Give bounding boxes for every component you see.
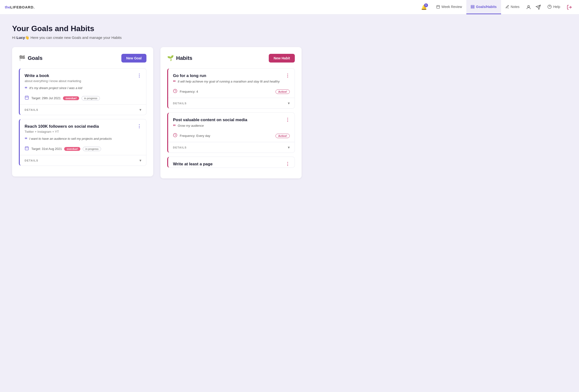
- svg-rect-4: [471, 5, 474, 6]
- goal-1-details-toggle[interactable]: DETAILS ▾: [25, 104, 141, 115]
- nav-item-notes[interactable]: Notes: [501, 0, 524, 14]
- goals-panel: 🏁 Goals New Goal Write a book about ever…: [12, 47, 153, 176]
- logout-icon: [567, 4, 572, 10]
- svg-rect-17: [25, 147, 28, 150]
- habit-2-active-badge: Active!: [276, 134, 290, 138]
- nav-label-goals-habits: Goals/Habits: [476, 5, 497, 9]
- habit-1-title: Go for a long run: [173, 73, 206, 78]
- profile-icon-btn[interactable]: [524, 2, 533, 12]
- goal-2-quote: " I want to have an audience to sell my …: [25, 136, 141, 143]
- columns-layout: 🏁 Goals New Goal Write a book about ever…: [12, 47, 301, 178]
- nav-item-goals-habits[interactable]: Goals/Habits: [466, 0, 501, 14]
- habit-3-menu-button[interactable]: ⋮: [286, 162, 290, 166]
- habit-card-1: Go for a long run ⋮ " It will help achie…: [167, 68, 295, 109]
- habit-2-details-toggle[interactable]: DETAILS ▾: [173, 142, 290, 153]
- goals-panel-icon: 🏁: [19, 55, 25, 61]
- goal-card-2-info: Reach 100K followers on social media Twi…: [25, 124, 99, 136]
- goal-2-status-badge: in progress: [83, 147, 101, 151]
- habit-1-frequency: Frequency: 4: [180, 90, 198, 93]
- navbar: theLIFEBOARD. 🔔 1 Week Review Goals/Habi…: [0, 0, 579, 14]
- page-subtitle: Hi Lucy👋 Here you can create new Goals a…: [12, 35, 301, 40]
- new-habit-button[interactable]: New Habit: [269, 54, 295, 63]
- send-icon-btn[interactable]: [533, 2, 543, 12]
- goal-card-1-top: Write a book about everything I know abo…: [25, 73, 141, 86]
- notes-icon: [506, 5, 509, 9]
- logo-main: LIFEBOARD.: [10, 5, 35, 9]
- frequency-icon-2: [173, 133, 177, 139]
- goal-1-quote: " It's my dream project since I was a ki…: [25, 86, 141, 92]
- habit-2-frequency-row: Frequency: Every day Active!: [173, 133, 290, 139]
- habit-2-details-label: DETAILS: [173, 146, 187, 149]
- nav-item-help[interactable]: Help: [543, 0, 565, 14]
- habits-panel-title: Habits: [176, 55, 192, 61]
- habit-2-chevron-icon: ▾: [288, 145, 290, 150]
- frequency-icon-1: [173, 89, 177, 94]
- habit-card-2: Post valuable content on social media ⋮ …: [167, 112, 295, 153]
- goal-1-quote-text: It's my dream project since I was a kid: [29, 86, 82, 90]
- subtitle-suffix: 👋 Here you can create new Goals and mana…: [25, 35, 122, 40]
- goal-2-details-label: DETAILS: [25, 159, 38, 162]
- goal-card-1: Write a book about everything I know abo…: [19, 68, 146, 115]
- notification-badge: 1: [424, 3, 428, 7]
- habits-title-group: 🌱 Habits: [167, 55, 192, 61]
- habit-card-3: Write at least a page ⋮: [167, 157, 295, 168]
- habit-2-quote: " Grow my audience: [173, 123, 290, 130]
- goal-card-2-top: Reach 100K followers on social media Twi…: [25, 124, 141, 136]
- logout-icon-btn[interactable]: [565, 2, 574, 12]
- habit-2-menu-button[interactable]: ⋮: [286, 118, 290, 122]
- habit-1-details-label: DETAILS: [173, 102, 187, 105]
- nav-label-week-review: Week Review: [441, 5, 462, 9]
- goal-2-subtitle: Twitter + Instagram + YT: [25, 130, 99, 134]
- nav-label-notes: Notes: [511, 5, 520, 9]
- goal-1-status-badge: in progress: [81, 96, 100, 100]
- habit-1-active-badge: Active!: [276, 89, 290, 94]
- notification-bell[interactable]: 🔔 1: [421, 4, 427, 10]
- quote-icon-1: ": [25, 86, 27, 92]
- habit-2-title: Post valuable content on social media: [173, 118, 247, 122]
- goal-1-menu-button[interactable]: ⋮: [137, 73, 141, 78]
- quote-icon-2: ": [25, 137, 27, 143]
- goal-card-2: Reach 100K followers on social media Twi…: [19, 119, 146, 166]
- habit-card-3-top: Write at least a page ⋮: [173, 162, 290, 167]
- goal-1-meta: Target: 29th Jul 2021 overdue! in progre…: [25, 95, 141, 101]
- habits-panel-header: 🌱 Habits New Habit: [167, 54, 295, 63]
- goal-2-menu-button[interactable]: ⋮: [137, 124, 141, 128]
- goals-title-group: 🏁 Goals: [19, 55, 42, 61]
- app-logo[interactable]: theLIFEBOARD.: [5, 5, 35, 9]
- goal-2-title: Reach 100K followers on social media: [25, 124, 99, 129]
- goal-1-target: Target: 29th Jul 2021: [31, 96, 61, 100]
- goals-panel-header: 🏁 Goals New Goal: [19, 54, 146, 63]
- habit-2-quote-icon: ": [173, 124, 176, 130]
- goal-2-details-toggle[interactable]: DETAILS ▾: [25, 155, 141, 165]
- svg-rect-13: [25, 96, 28, 99]
- help-icon: [547, 4, 552, 9]
- goals-panel-title: Goals: [28, 55, 42, 61]
- habit-1-details-toggle[interactable]: DETAILS ▾: [173, 98, 290, 108]
- habits-panel: 🌱 Habits New Habit Go for a long run ⋮ "…: [160, 47, 301, 178]
- habit-card-2-top: Post valuable content on social media ⋮: [173, 118, 290, 123]
- svg-rect-5: [471, 6, 474, 7]
- svg-rect-0: [437, 5, 439, 8]
- nav-items: Week Review Goals/Habits Notes: [432, 0, 524, 14]
- habit-1-quote-text: It will help achieve my goal of running …: [178, 79, 280, 84]
- new-goal-button[interactable]: New Goal: [121, 54, 146, 63]
- logo-prefix: the: [5, 5, 10, 9]
- habit-1-menu-button[interactable]: ⋮: [286, 73, 290, 78]
- goal-1-details-label: DETAILS: [25, 108, 38, 111]
- goal-2-target: Target: 31st Aug 2021: [31, 147, 62, 151]
- page-title: Your Goals and Habits: [12, 24, 301, 33]
- goal-2-chevron-icon: ▾: [140, 158, 141, 163]
- habit-1-quote-icon: ": [173, 80, 176, 85]
- calendar-icon: [436, 5, 440, 9]
- svg-point-7: [528, 5, 529, 7]
- goal-2-quote-text: I want to have an audience to sell my pr…: [29, 136, 112, 141]
- calendar-meta-icon-2: [25, 146, 29, 152]
- user-icon: [526, 4, 531, 10]
- nav-item-week-review[interactable]: Week Review: [432, 0, 466, 14]
- habit-2-quote-text: Grow my audience: [178, 123, 204, 128]
- goals-icon: [471, 5, 475, 9]
- goal-1-title: Write a book: [25, 73, 81, 78]
- goal-card-1-info: Write a book about everything I know abo…: [25, 73, 81, 86]
- main-content: Your Goals and Habits Hi Lucy👋 Here you …: [0, 14, 314, 188]
- habits-panel-icon: 🌱: [167, 55, 174, 61]
